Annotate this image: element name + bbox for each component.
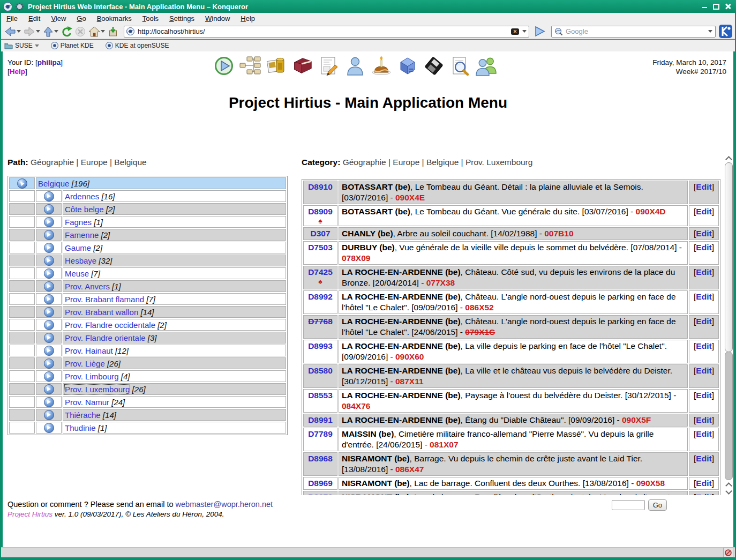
globe-forward-icon[interactable] [44, 243, 54, 253]
minimize-icon[interactable] [700, 2, 709, 11]
save-page-button[interactable] [107, 26, 119, 38]
reload-button[interactable] [61, 26, 73, 38]
globe-forward-icon[interactable] [44, 359, 54, 369]
search-bar[interactable]: Google [551, 26, 716, 38]
tree-link-prov-brabant-flamand[interactable]: Prov. Brabant flamand [65, 295, 144, 304]
tree-link-prov-brabant-wallon[interactable]: Prov. Brabant wallon [65, 308, 138, 317]
edit-record-link[interactable]: Edit [696, 492, 711, 495]
tree-link-thudinie[interactable]: Thudinie [65, 423, 96, 432]
globe-forward-icon[interactable] [44, 204, 54, 214]
tree-link-famenne[interactable]: Famenne [65, 230, 99, 240]
tree-link-hesbaye[interactable]: Hesbaye [65, 256, 96, 265]
tree-link-prov-hainaut[interactable]: Prov. Hainaut [65, 346, 113, 355]
book-icon[interactable] [292, 55, 313, 77]
record-id-link[interactable]: D7789 [308, 429, 333, 438]
forward-button[interactable] [23, 26, 41, 38]
stop-button[interactable] [74, 26, 86, 38]
edit-record-link[interactable]: Edit [696, 341, 711, 350]
scroll-up-icon[interactable] [724, 154, 733, 162]
bookmark-suse[interactable]: SUSE [4, 42, 39, 49]
globe-forward-icon[interactable] [44, 191, 54, 201]
globe-forward-icon[interactable] [44, 384, 54, 394]
tree-link-prov-luxembourg[interactable]: Prov. Luxembourg [65, 385, 130, 394]
edit-document-icon[interactable] [318, 55, 340, 77]
record-id-link[interactable]: D8580 [308, 366, 333, 375]
tree-link-prov-li-ge[interactable]: Prov. Liège [65, 359, 105, 368]
edit-record-link[interactable]: Edit [696, 317, 711, 326]
globe-forward-icon[interactable] [44, 256, 54, 266]
globe-forward-icon[interactable] [44, 268, 54, 279]
menu-settings[interactable]: Settings [164, 14, 200, 23]
globe-forward-icon[interactable] [44, 294, 54, 304]
record-id-link[interactable]: D7425 [308, 267, 333, 277]
record-id-input[interactable] [612, 500, 645, 510]
menu-window[interactable]: Window [200, 14, 235, 23]
globe-forward-icon[interactable] [44, 230, 54, 240]
tree-root-link[interactable]: Belgique [38, 179, 69, 188]
edit-record-link[interactable]: Edit [696, 207, 711, 216]
globe-forward-icon[interactable] [44, 346, 54, 356]
kde-logo-icon[interactable] [719, 25, 732, 38]
record-id-link[interactable]: D8969 [308, 479, 333, 488]
run-icon[interactable] [213, 55, 235, 77]
bookmark-kde-opensuse[interactable]: KDE at openSUSE [106, 42, 169, 49]
url-dropdown-icon[interactable] [522, 30, 527, 33]
photos-icon[interactable] [266, 55, 287, 77]
record-id-link[interactable]: D7503 [308, 243, 333, 252]
back-button[interactable] [4, 26, 21, 38]
floppy-disk-icon[interactable] [423, 55, 445, 77]
globe-forward-icon[interactable] [44, 410, 54, 420]
webmaster-email-link[interactable]: webmaster@wopr.heron.net [176, 500, 273, 509]
record-id-link[interactable]: D8993 [308, 341, 333, 350]
tree-link-fagnes[interactable]: Fagnes [65, 218, 92, 227]
globe-forward-icon[interactable] [44, 423, 54, 433]
project-hirtius-link[interactable]: Project Hirtius [7, 510, 52, 518]
record-id-link[interactable]: D8968 [308, 454, 333, 463]
search-dropdown-icon[interactable] [708, 30, 712, 33]
record-id-link[interactable]: D7768 [308, 317, 333, 326]
hierarchy-icon[interactable] [239, 55, 261, 77]
scrollbar-track[interactable] [725, 352, 733, 480]
search-document-icon[interactable] [449, 55, 471, 77]
globe-forward-icon[interactable] [44, 281, 54, 292]
tree-link-thi-rache[interactable]: Thiérache [65, 410, 101, 420]
menu-file[interactable]: File [1, 14, 23, 23]
tree-link-c-te-belge[interactable]: Côte belge [65, 205, 104, 214]
records-scrollbar[interactable] [724, 154, 733, 496]
globe-forward-icon[interactable] [44, 397, 54, 407]
bookmark-planet-kde[interactable]: Planet KDE [51, 42, 94, 49]
menu-go[interactable]: Go [71, 14, 91, 23]
tree-link-ardennes[interactable]: Ardennes [65, 192, 99, 201]
tree-link-prov-flandre-orientale[interactable]: Prov. Flandre orientale [65, 333, 146, 342]
globe-back-icon[interactable] [17, 178, 27, 189]
edit-record-link[interactable]: Edit [696, 454, 711, 463]
edit-record-link[interactable]: Edit [696, 243, 711, 252]
record-id-link[interactable]: D8991 [308, 415, 333, 424]
globe-forward-icon[interactable] [44, 307, 54, 317]
record-id-link[interactable]: D307 [310, 229, 330, 238]
users-icon[interactable] [476, 55, 497, 77]
scroll-down-icon[interactable] [724, 488, 733, 496]
menu-view[interactable]: View [46, 14, 71, 23]
record-id-link[interactable]: D8992 [308, 292, 333, 301]
tree-link-gaume[interactable]: Gaume [65, 243, 91, 252]
go-record-button[interactable]: Go [648, 499, 667, 511]
record-id-link[interactable]: D8910 [308, 182, 333, 191]
home-button[interactable] [88, 26, 106, 38]
edit-record-link[interactable]: Edit [696, 229, 711, 238]
user-icon[interactable] [344, 55, 366, 77]
edit-record-link[interactable]: Edit [696, 292, 711, 301]
close-icon[interactable] [723, 2, 733, 11]
edit-record-link[interactable]: Edit [696, 479, 711, 488]
edit-record-link[interactable]: Edit [696, 429, 711, 438]
scroll-up2-icon[interactable] [724, 481, 733, 488]
url-input[interactable] [137, 27, 511, 36]
go-button[interactable] [532, 25, 546, 38]
globe-forward-icon[interactable] [44, 333, 54, 343]
menu-edit[interactable]: Edit [23, 14, 46, 23]
scrollbar-thumb[interactable] [725, 162, 733, 352]
clear-url-icon[interactable]: ✕ [511, 28, 519, 35]
tree-link-prov-flandre-occidentale[interactable]: Prov. Flandre occidentale [65, 320, 155, 330]
record-id-link[interactable]: D8970 [308, 492, 333, 495]
edit-record-link[interactable]: Edit [696, 415, 711, 424]
